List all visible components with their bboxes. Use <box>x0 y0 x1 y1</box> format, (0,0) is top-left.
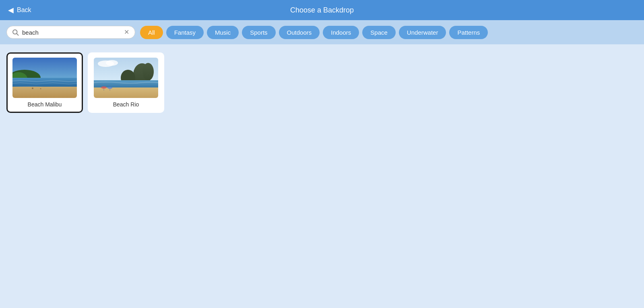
search-box: ✕ <box>6 26 135 39</box>
backdrop-card-beach-rio[interactable]: Beach Rio <box>88 52 164 113</box>
header: ◀ Back Choose a Backdrop <box>0 0 644 20</box>
svg-point-7 <box>32 87 33 89</box>
svg-line-1 <box>17 33 18 35</box>
clear-search-button[interactable]: ✕ <box>123 29 130 35</box>
category-pill-all[interactable]: All <box>140 26 163 39</box>
category-pill-underwater[interactable]: Underwater <box>399 26 446 39</box>
category-pill-sports[interactable]: Sports <box>242 26 275 39</box>
back-label: Back <box>17 6 31 14</box>
category-pill-outdoors[interactable]: Outdoors <box>279 26 320 39</box>
backdrop-thumb-beach-malibu <box>12 58 77 98</box>
category-pill-space[interactable]: Space <box>362 26 396 39</box>
toolbar: ✕ AllFantasyMusicSportsOutdoorsIndoorsSp… <box>0 20 644 44</box>
page-title: Choose a Backdrop <box>290 6 354 15</box>
svg-point-13 <box>142 63 154 81</box>
svg-point-18 <box>101 86 107 89</box>
category-pill-indoors[interactable]: Indoors <box>323 26 359 39</box>
search-icon <box>12 29 19 36</box>
category-pill-music[interactable]: Music <box>207 26 239 39</box>
backdrop-thumb-beach-rio <box>94 58 158 98</box>
svg-point-8 <box>40 88 41 89</box>
svg-rect-6 <box>12 87 77 98</box>
content-area: Beach Malibu <box>0 44 644 308</box>
svg-point-11 <box>106 60 118 66</box>
backdrop-card-beach-malibu[interactable]: Beach Malibu <box>6 52 83 113</box>
svg-rect-5 <box>12 78 77 87</box>
category-pill-fantasy[interactable]: Fantasy <box>166 26 204 39</box>
back-button[interactable]: ◀ Back <box>8 6 31 15</box>
back-arrow-icon: ◀ <box>8 6 14 15</box>
category-pill-patterns[interactable]: Patterns <box>449 26 488 39</box>
backdrop-label-beach-malibu: Beach Malibu <box>28 101 62 108</box>
svg-point-20 <box>107 87 112 89</box>
svg-rect-16 <box>94 87 158 98</box>
search-input[interactable] <box>22 29 120 36</box>
backdrop-label-beach-rio: Beach Rio <box>113 101 139 108</box>
category-pills: AllFantasyMusicSportsOutdoorsIndoorsSpac… <box>140 26 488 39</box>
